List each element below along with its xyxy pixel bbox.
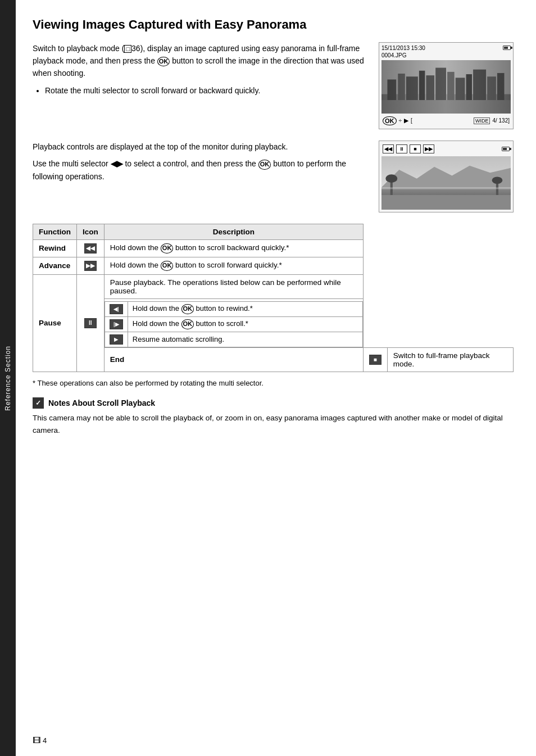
panorama-preview [381, 60, 511, 114]
svg-point-17 [385, 174, 397, 183]
table-header-row: Function Icon Description [33, 224, 514, 239]
ctrl-advance-fast: ▶▶ [423, 144, 434, 153]
side-tab-label: Reference Section [4, 346, 12, 411]
ok-icon-inline: OK [157, 57, 170, 66]
battery-icon [503, 46, 511, 50]
ok-icon-advance: OK [161, 261, 174, 270]
ctrl-stop: ■ [410, 144, 421, 153]
table-row-end: End ■ Switch to full-frame playback mode… [33, 347, 514, 372]
icon-pause: II [77, 274, 105, 372]
func-advance: Advance [33, 257, 77, 274]
sub-advance-icon: |▶ [110, 319, 123, 329]
desc-end: Switch to full-frame playback mode. [387, 347, 513, 372]
notes-section: ✓ Notes About Scroll Playback This camer… [33, 397, 514, 436]
notes-header: ✓ Notes About Scroll Playback [33, 397, 514, 409]
intro-section: Switch to playback mode (□36), display a… [33, 42, 514, 129]
sub-icon-rewind: ◀| [105, 301, 128, 316]
sub-icon-advance: |▶ [105, 316, 128, 332]
side-tab: Reference Section [0, 0, 16, 756]
ok-button-indicator: OK [383, 116, 397, 125]
camera-image-top: 15/11/2013 15:30 0004.JPG [379, 42, 514, 129]
notes-title: Notes About Scroll Playback [48, 399, 155, 408]
sub-desc-resume: Resume automatic scrolling. [128, 332, 362, 347]
ctrl-pause: II [396, 144, 407, 153]
sub-icon-resume: ▶ [105, 332, 128, 347]
table-row-pause: Pause II Pause playback. The operations … [33, 274, 514, 298]
sub-row-rewind: ◀| Hold down the OK button to rewind.* [105, 301, 362, 316]
datetime: 15/11/2013 15:30 [381, 45, 425, 51]
icon-advance: ▶▶ [77, 257, 105, 274]
desc-pause-intro: Pause playback. The operations listed be… [104, 274, 363, 298]
counter-display: 4/ 132] [492, 117, 510, 124]
wide-label: WIDE [474, 117, 490, 124]
table-row-pause-sub1: ◀| Hold down the OK button to rewind.* |… [33, 298, 514, 347]
sub-table: ◀| Hold down the OK button to rewind.* |… [105, 301, 363, 347]
end-icon-box: ■ [369, 355, 381, 365]
desc-advance: Hold down the OK button to scroll forwar… [104, 257, 363, 274]
svg-point-19 [492, 176, 503, 184]
middle-text: Playback controls are displayed at the t… [33, 141, 367, 212]
city-preview [381, 156, 511, 210]
svg-rect-20 [381, 195, 511, 210]
sub-resume-icon: ▶ [110, 334, 123, 345]
ok-icon-rewind: OK [161, 243, 174, 253]
icon-end: ■ [363, 347, 387, 372]
main-content: Viewing Images Captured with Easy Panora… [16, 0, 536, 756]
th-function: Function [33, 224, 77, 239]
screen-footer: OK ÷ ▶ [ WIDE 4/ 132] [381, 115, 511, 126]
function-table: Function Icon Description Rewind ◀◀ Hold… [33, 224, 514, 372]
func-rewind: Rewind [33, 239, 77, 257]
battery-icon-2 [502, 147, 510, 151]
filename: 0004.JPG [381, 52, 511, 58]
playback-controls-row: ◀◀ II ■ ▶▶ [381, 143, 511, 155]
icon-rewind: ◀◀ [77, 239, 105, 257]
notes-body: This camera may not be able to scroll th… [33, 412, 514, 436]
func-end: End [104, 347, 363, 372]
battery-indicator [503, 45, 511, 51]
paragraph3: Use the multi selector ◀▶ to select a co… [33, 157, 367, 183]
sub-row-advance: |▶ Hold down the OK button to scroll.* [105, 316, 362, 332]
page-footer: 🎞 4 [16, 736, 536, 745]
ctrl-rewind-fast: ◀◀ [383, 144, 394, 153]
page-title: Viewing Images Captured with Easy Panora… [33, 17, 514, 33]
intro-bullet1: Rotate the multi selector to scroll forw… [45, 84, 367, 97]
svg-rect-21 [381, 187, 511, 189]
rewind-icon-box: ◀◀ [84, 243, 97, 253]
camera-screen-bottom: ◀◀ II ■ ▶▶ [379, 141, 514, 212]
ok-icon-inline-2: OK [258, 160, 271, 169]
camera-image-bottom: ◀◀ II ■ ▶▶ [379, 141, 514, 212]
intro-text: Switch to playback mode (□36), display a… [33, 42, 367, 129]
page-number: 🎞 4 [33, 736, 47, 745]
func-pause: Pause [33, 274, 77, 372]
sub-desc-rewind: Hold down the OK button to rewind.* [128, 301, 362, 316]
middle-section: Playback controls are displayed at the t… [33, 141, 514, 212]
advance-icon-box: ▶▶ [84, 261, 97, 271]
intro-paragraph1: Switch to playback mode (□36), display a… [33, 42, 367, 80]
page-num-text: 4 [43, 736, 47, 745]
notes-check-icon: ✓ [33, 397, 44, 409]
film-icon: 🎞 [33, 736, 40, 745]
desc-pause-sub: ◀| Hold down the OK button to rewind.* |… [104, 298, 363, 347]
th-description: Description [104, 224, 363, 239]
table-row-advance: Advance ▶▶ Hold down the OK button to sc… [33, 257, 514, 274]
ok-sub-rewind: OK [181, 304, 194, 314]
table-row-rewind: Rewind ◀◀ Hold down the OK button to scr… [33, 239, 514, 257]
city-svg [381, 156, 511, 210]
pause-icon-box: II [84, 318, 97, 328]
sub-rewind-icon: ◀| [110, 304, 123, 314]
paragraph2: Playback controls are displayed at the t… [33, 141, 367, 153]
sub-row-resume: ▶ Resume automatic scrolling. [105, 332, 362, 347]
camera-screen-top: 15/11/2013 15:30 0004.JPG [379, 42, 514, 129]
screen-header: 15/11/2013 15:30 [381, 45, 511, 51]
th-icon: Icon [77, 224, 105, 239]
desc-rewind: Hold down the OK button to scroll backwa… [104, 239, 363, 257]
footnote: * These operations can also be performed… [33, 378, 514, 389]
intro-list: Rotate the multi selector to scroll forw… [45, 84, 367, 97]
ok-sub-advance: OK [181, 319, 194, 329]
sub-desc-advance: Hold down the OK button to scroll.* [128, 316, 362, 332]
